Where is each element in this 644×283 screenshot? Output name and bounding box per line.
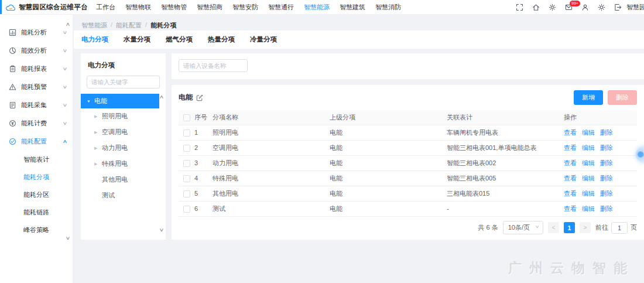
caret-right-icon: ▶ [94,162,98,166]
cell-actions: 查看编辑删除 [564,155,637,171]
app-title: 智慧园区综合运维平台 [19,3,88,12]
select-all-checkbox[interactable] [183,114,190,121]
sidebar-menu: 能耗分析∨能效分析∨能耗报表∨能耗预警∨能耗采集∨能耗计费∨能耗配置∧智能表计能… [0,15,73,238]
tree-search-input[interactable] [87,76,160,88]
nav-item[interactable]: 智慧物联 [125,2,151,13]
sidebar-subitem[interactable]: 智能表计 [0,151,73,168]
user-name[interactable]: 智慧园区 [626,3,644,12]
row-checkbox[interactable] [183,160,190,167]
tree-scroll-down-icon[interactable]: ∨ [159,227,165,233]
row-action-link[interactable]: 查看 [564,175,577,182]
row-action-link[interactable]: 删除 [600,175,613,182]
delete-button[interactable]: 删除 [608,90,637,105]
cell-name: 测试 [213,201,330,216]
tree-node-label: 空调用电 [102,128,128,137]
nav-item[interactable]: 智慧物管 [161,2,187,13]
edit-icon[interactable] [196,94,203,101]
row-checkbox[interactable] [183,175,190,182]
page-size-select[interactable]: 10条/页 ∨ [503,221,543,234]
sun-icon[interactable] [598,4,605,11]
tab-item[interactable]: 燃气分项 [166,35,193,44]
tree-node[interactable]: ▶动力用电 [81,140,166,156]
prev-page-button[interactable]: < [548,222,559,233]
tree-node[interactable]: 其他用电 [81,172,166,187]
tree-root-node[interactable]: ▼ 电能 [81,94,159,108]
row-checkbox[interactable] [183,206,190,213]
cell-name: 特殊用电 [213,171,330,186]
nav-item[interactable]: 智慧消防 [375,2,401,13]
sidebar-item-label: 能耗计费 [21,119,59,128]
sidebar-item[interactable]: 能效分析∨ [0,42,73,60]
sidebar-item-label: 能耗分析 [21,28,59,37]
fullscreen-icon[interactable] [516,4,523,11]
chevron-down-icon: ∨ [63,84,68,90]
nav-item[interactable]: 智慧招商 [197,2,222,13]
sidebar-item[interactable]: 能耗计费∨ [0,114,73,132]
sidebar-item[interactable]: 能耗配置∧ [0,132,73,151]
tree-node-label: 照明用电 [102,112,128,121]
tree-node[interactable]: ▶特殊用电 [81,156,166,172]
row-action-link[interactable]: 编辑 [582,144,595,151]
sidebar-subitem[interactable]: 能耗分项 [0,168,73,186]
tree-node-label: 其他用电 [102,175,128,184]
sidebar-subitem[interactable]: 能耗链路 [0,203,73,221]
row-action-link[interactable]: 删除 [600,159,613,166]
sidebar-subitem[interactable]: 能耗分区 [0,186,73,203]
pagination-total: 共 6 条 [478,223,498,232]
sidebar-item[interactable]: 能耗预警∨ [0,78,73,96]
tree-node[interactable]: ▶空调用电 [81,124,166,140]
tab-item[interactable]: 水量分项 [124,35,150,44]
sidebar: ∧ 能耗分析∨能效分析∨能耗报表∨能耗预警∨能耗采集∨能耗计费∨能耗配置∧智能表… [0,15,73,283]
row-checkbox[interactable] [183,129,190,137]
row-action-link[interactable]: 删除 [600,144,613,151]
mail-icon[interactable]: 99+ [565,4,573,11]
breadcrumb-item[interactable]: 能耗配置 [116,21,142,30]
row-action-link[interactable]: 查看 [564,159,577,166]
sidebar-item[interactable]: 能耗报表∨ [0,60,73,78]
current-page-button[interactable]: 1 [564,222,575,233]
row-action-link[interactable]: 查看 [564,129,577,136]
sidebar-item[interactable]: 能耗分析∨ [0,23,73,42]
row-action-link[interactable]: 编辑 [582,129,595,136]
tab-item[interactable]: 冷量分项 [250,35,277,44]
row-action-link[interactable]: 编辑 [582,159,595,166]
app-logo[interactable]: 智慧园区综合运维平台 [6,3,88,12]
exit-icon[interactable] [614,4,622,11]
tab-active[interactable]: 电力分项 [81,35,108,44]
row-action-link[interactable]: 删除 [600,205,613,212]
sidebar-subitem[interactable]: 峰谷策略 [0,221,73,238]
home-icon[interactable] [532,4,540,11]
nav-item[interactable]: 智慧安防 [232,2,258,13]
table-body: 1照明用电电能车辆闸机专用电表查看编辑删除2空调用电电能智能三相电表001,单项… [179,125,637,216]
add-button[interactable]: 新增 [574,90,603,105]
nav-item[interactable]: 工作台 [96,2,115,13]
row-action-link[interactable]: 编辑 [582,205,595,212]
bar-chart-icon [9,29,16,36]
nav-item[interactable]: 智慧通行 [268,2,294,13]
gear-icon[interactable] [549,4,556,11]
sidebar-scroll-up-icon[interactable]: ∧ [66,22,71,27]
row-action-link[interactable]: 查看 [564,144,577,151]
row-action-link[interactable]: 编辑 [582,175,595,182]
row-action-link[interactable]: 删除 [600,129,613,136]
row-action-link[interactable]: 删除 [600,190,613,197]
tree-scroll-up-icon[interactable]: ∧ [159,94,165,100]
row-action-link[interactable]: 查看 [564,205,577,212]
next-page-button[interactable]: > [580,222,591,233]
nav-item[interactable]: 智慧能源 [304,2,330,13]
sidebar-item[interactable]: 能耗采集∨ [0,96,73,114]
breadcrumb-item[interactable]: 智慧能源 [81,21,107,30]
tree-node[interactable]: 测试 [81,187,166,203]
goto-page-input[interactable] [611,222,628,234]
cell-index: 4 [194,171,213,186]
nav-item[interactable]: 智慧建筑 [340,2,365,13]
sidebar-scroll-down-icon[interactable]: ∨ [66,236,71,241]
tree-node[interactable]: ▶照明用电 [81,108,166,124]
tab-item[interactable]: 热量分项 [208,35,235,44]
row-checkbox[interactable] [183,145,190,152]
device-search-input[interactable] [179,59,248,72]
user-icon[interactable] [581,4,589,11]
row-action-link[interactable]: 查看 [564,190,577,197]
row-checkbox[interactable] [183,190,190,197]
row-action-link[interactable]: 编辑 [582,190,595,197]
